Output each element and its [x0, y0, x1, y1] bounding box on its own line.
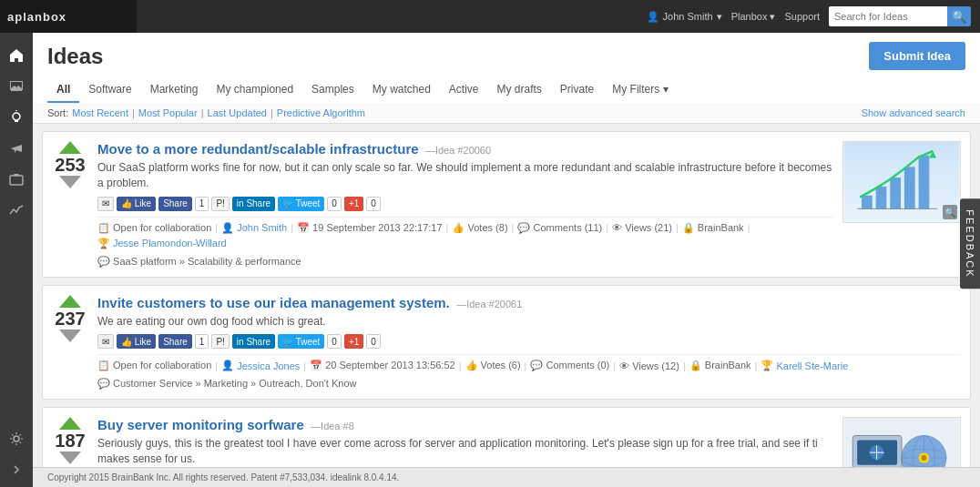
- vote-up-2[interactable]: [59, 295, 81, 308]
- idea-tabs: All Software Marketing My championed Sam…: [47, 77, 965, 103]
- tab-private[interactable]: Private: [551, 77, 603, 103]
- sort-links: Sort: Most Recent | Most Popular | Last …: [47, 107, 365, 118]
- sidebar-item-messages[interactable]: [3, 73, 30, 100]
- fb-like-2[interactable]: 👍 Like: [117, 334, 156, 349]
- tweet-count-1: 0: [327, 197, 342, 211]
- vote-down-1[interactable]: [59, 176, 81, 188]
- sidebar-item-home[interactable]: [3, 42, 30, 69]
- comments-1: 💬 Comments (11): [517, 222, 602, 234]
- email-share-2[interactable]: ✉: [97, 334, 114, 349]
- date-1: 📅 19 September 2013 22:17:17: [297, 222, 443, 234]
- tab-all[interactable]: All: [47, 77, 79, 103]
- social-bar-2: ✉ 👍 Like Share 1 P! in Share 🐦 Tweet 0 +…: [97, 334, 961, 349]
- zoom-btn-1[interactable]: 🔍: [943, 205, 957, 219]
- topnav-right: 👤 John Smith ▾ Planbox ▾ Support 🔍: [647, 6, 980, 26]
- champion-link-2[interactable]: Karell Ste-Marie: [776, 360, 848, 371]
- idea-title-1[interactable]: Move to a more redundant/scalable infras…: [97, 141, 419, 157]
- idea-image-1: 🔍: [842, 141, 961, 223]
- sort-most-popular[interactable]: Most Popular: [138, 107, 198, 118]
- fb-count-2: 1: [195, 334, 209, 349]
- vote-section-3: 187: [52, 417, 88, 467]
- logo-text: aplanbox: [7, 10, 66, 24]
- idea-content-1: Move to a more redundant/scalable infras…: [97, 141, 833, 268]
- tab-marketing[interactable]: Marketing: [141, 77, 208, 103]
- gplus-count-2: 0: [366, 334, 381, 349]
- email-share-1[interactable]: ✉: [97, 197, 114, 211]
- fb-share-1[interactable]: Share: [158, 197, 192, 211]
- linkedin-1[interactable]: in Share: [232, 197, 275, 211]
- tab-my-filters[interactable]: My Filters ▾: [603, 77, 677, 103]
- sidebar-item-ideas[interactable]: [3, 104, 30, 131]
- author-link-2[interactable]: Jessica Jones: [237, 360, 300, 371]
- support-link[interactable]: Support: [784, 11, 820, 22]
- user-name: John Smith: [663, 11, 713, 22]
- author-link-1[interactable]: John Smith: [237, 222, 287, 233]
- idea-title-3[interactable]: Buy server monitoring sorfware: [97, 417, 304, 432]
- vote-section-2: 237: [52, 295, 88, 391]
- sidebar: [0, 33, 33, 487]
- fb-count-1: 1: [195, 197, 209, 211]
- sort-label: Sort:: [47, 107, 68, 118]
- sidebar-expand[interactable]: [3, 456, 30, 483]
- tags-1: 💬 SaaS platform » Scalability & performa…: [97, 256, 833, 268]
- tab-my-watched[interactable]: My watched: [363, 77, 440, 103]
- gplus-2[interactable]: +1: [344, 334, 363, 349]
- sidebar-item-analytics[interactable]: [3, 197, 30, 224]
- idea-item-2: 237 Invite customers to use our idea man…: [42, 285, 971, 401]
- tab-active[interactable]: Active: [440, 77, 488, 103]
- sort-most-recent[interactable]: Most Recent: [72, 107, 128, 118]
- tab-my-championed[interactable]: My championed: [207, 77, 302, 103]
- idea-description-1: Our SaaS platform works fine for now, bu…: [97, 160, 833, 191]
- idea-image-3: 🔍: [842, 417, 961, 467]
- idea-content-3: Buy server monitoring sorfware —Idea #8 …: [97, 417, 833, 467]
- tweet-count-2: 0: [327, 334, 342, 349]
- tab-software[interactable]: Software: [79, 77, 140, 103]
- views-2: 👁 Views (12): [619, 360, 679, 371]
- ideas-title-row: Ideas Submit Idea: [47, 42, 965, 70]
- sort-predictive[interactable]: Predictive Algorithm: [277, 107, 365, 118]
- idea-ref-2: —Idea #20061: [456, 299, 522, 309]
- search-input[interactable]: [829, 6, 947, 26]
- gplus-count-1: 0: [366, 197, 381, 211]
- sidebar-item-campaigns[interactable]: [3, 135, 30, 162]
- idea-title-2[interactable]: Invite customers to use our idea managem…: [97, 295, 450, 310]
- sort-last-updated[interactable]: Last Updated: [208, 107, 267, 118]
- tab-my-drafts[interactable]: My drafts: [488, 77, 551, 103]
- vote-count-3: 187: [55, 431, 85, 450]
- ideas-header: Ideas Submit Idea All Software Marketing…: [33, 33, 980, 103]
- linkedin-2[interactable]: in Share: [232, 334, 275, 349]
- vote-up-1[interactable]: [59, 141, 81, 154]
- idea-ref-3: —Idea #8: [311, 421, 354, 431]
- idea-title-row-1: Move to a more redundant/scalable infras…: [97, 141, 833, 157]
- vote-down-3[interactable]: [59, 451, 81, 464]
- gplus-1[interactable]: +1: [344, 197, 363, 211]
- svg-rect-5: [862, 196, 873, 209]
- footer-text: Copyright 2015 BrainBank Inc. All rights…: [47, 472, 399, 482]
- search-button[interactable]: 🔍: [947, 6, 971, 26]
- tweet-2[interactable]: 🐦 Tweet: [278, 334, 324, 349]
- pinterest-2[interactable]: P!: [211, 334, 229, 349]
- vote-up-3[interactable]: [59, 417, 81, 430]
- planbox-menu[interactable]: Planbox ▾: [731, 11, 776, 23]
- submit-idea-button[interactable]: Submit Idea: [869, 42, 965, 70]
- tweet-1[interactable]: 🐦 Tweet: [278, 197, 324, 211]
- fb-share-2[interactable]: Share: [158, 334, 192, 349]
- svg-rect-9: [919, 156, 930, 209]
- date-2: 📅 20 September 2013 13:56:52: [310, 360, 455, 371]
- idea-title-row-3: Buy server monitoring sorfware —Idea #8: [97, 417, 833, 432]
- sidebar-item-portfolio[interactable]: [3, 166, 30, 193]
- fb-like-1[interactable]: 👍 Like: [117, 197, 156, 211]
- idea-item: 253 Move to a more redundant/scalable in…: [42, 131, 971, 278]
- vote-down-2[interactable]: [59, 330, 81, 342]
- pinterest-1[interactable]: P!: [211, 197, 229, 211]
- idea-meta-2: 📋 Open for collaboration | 👤 Jessica Jon…: [97, 354, 961, 390]
- svg-point-3: [14, 436, 19, 441]
- feedback-tab[interactable]: FEEDBACK: [960, 198, 980, 289]
- advanced-search-link[interactable]: Show advanced search: [862, 107, 965, 118]
- tab-samples[interactable]: Samples: [302, 77, 363, 103]
- author-2: 👤 Jessica Jones: [221, 360, 300, 371]
- svg-rect-7: [890, 178, 901, 208]
- user-menu[interactable]: 👤 John Smith ▾: [647, 11, 722, 23]
- champion-link-1[interactable]: Jesse Plamondon-Willard: [113, 238, 227, 249]
- sidebar-item-settings[interactable]: [3, 425, 30, 452]
